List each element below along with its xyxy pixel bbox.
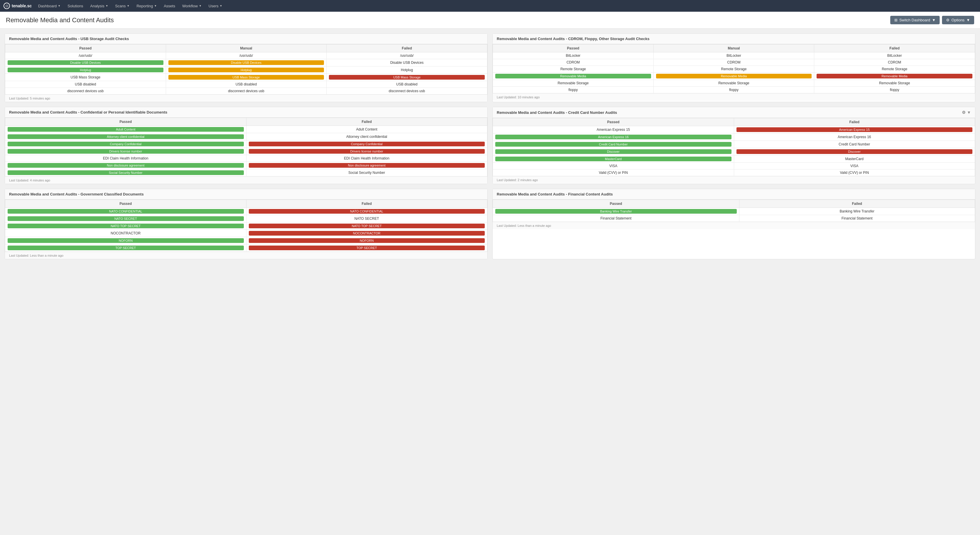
table-cell: Discover (493, 148, 734, 155)
table-cell: USB Mass Storage (166, 74, 326, 81)
panel-usb-storage: Removable Media and Content Audits - USB… (5, 34, 488, 102)
panel-credit-card: Removable Media and Content Audits - Cre… (492, 107, 975, 184)
table-cell: Discover (734, 148, 975, 155)
table-cell: disconnect devices usb (326, 88, 487, 94)
nav-users[interactable]: Users ▼ (205, 3, 225, 10)
status-badge: Attorney client confidential (8, 134, 244, 139)
table-row: Removable StorageRemovable StorageRemova… (493, 80, 975, 87)
table-cell: Valid (CVV) or PIN (493, 169, 734, 176)
status-badge: USB Mass Storage (329, 75, 485, 80)
status-badge: NATO TOP SECRET (249, 224, 485, 228)
column-header: Failed (739, 200, 975, 208)
table-cell: NATO SECRET (246, 215, 487, 222)
nav-assets[interactable]: Assets (161, 3, 178, 10)
panel-confidential-docs: Removable Media and Content Audits - Con… (5, 107, 488, 184)
table-cell: Remote Storage (654, 66, 814, 73)
switch-dashboard-button[interactable]: ⊞ Switch Dashboard ▼ (890, 16, 940, 24)
table-cell: Credit Card Number (493, 141, 734, 148)
table-cell: Company Confidential (246, 141, 487, 148)
table-cell: TOP SECRET (246, 244, 487, 252)
table-cell: Hotplug (326, 66, 487, 74)
table-cell: Attorney client confidential (246, 133, 487, 141)
table-cell: Removable Storage (654, 80, 814, 87)
table-row: Credit Card NumberCredit Card Number (493, 141, 975, 148)
table-row: American Express 15American Express 15 (493, 126, 975, 133)
table-row: Financial StatementFinancial Statement (493, 215, 975, 222)
panel-title-text: Removable Media and Content Audits - Fin… (497, 192, 613, 196)
chevron-down-icon: ▼ (220, 5, 222, 7)
nav-workflow[interactable]: Workflow ▼ (179, 3, 204, 10)
status-badge: NOFORN (8, 238, 244, 243)
table-row: Banking Wire TransferBanking Wire Transf… (493, 208, 975, 215)
status-badge: NOCONTRACTOR (249, 231, 485, 236)
status-badge: Disable USB Devices (8, 60, 164, 65)
table-cell: Remote Storage (814, 66, 975, 73)
table-cell: Valid (CVV) or PIN (734, 169, 975, 176)
table-cell: Disable USB Devices (326, 59, 487, 66)
table-row: Remote StorageRemote StorageRemote Stora… (493, 66, 975, 73)
table-cell: VISA (493, 163, 734, 169)
status-badge: Removable Media (495, 74, 651, 78)
table-cell: CDROM (654, 59, 814, 66)
column-header: Failed (734, 118, 975, 126)
app-logo[interactable]: ⬡ tenable.sc (3, 3, 32, 9)
table-row: BitLockerBitLockerBitLocker (493, 53, 975, 59)
panel-footer: Last Updated: 4 minutes ago (5, 176, 487, 184)
panel-title-text: Removable Media and Content Audits - Con… (9, 110, 167, 115)
table-cell: disconnect devices usb (5, 88, 166, 94)
status-badge: Hotplug (8, 68, 164, 72)
nav-scans[interactable]: Scans ▼ (112, 3, 132, 10)
page-title: Removable Media and Content Audits (6, 16, 114, 24)
table-cell: floppy (814, 87, 975, 93)
column-header: Failed (246, 200, 487, 208)
column-header: Failed (246, 118, 487, 126)
table-cell: Company Confidential (5, 141, 247, 148)
status-badge: Social Security Number (8, 170, 244, 175)
column-header: Passed (5, 45, 166, 53)
column-header: Manual (654, 45, 814, 53)
table-row: Valid (CVV) or PINValid (CVV) or PIN (493, 169, 975, 176)
audit-table-usb-storage: PassedManualFailed/usr/usb//usr/usb//usr… (5, 44, 487, 94)
table-cell: USB Mass Storage (5, 74, 166, 81)
table-cell: Disable USB Devices (5, 59, 166, 66)
table-cell: Drivers license number (5, 148, 247, 155)
table-cell: NOFORN (5, 237, 247, 244)
status-badge: American Express 15 (737, 127, 973, 132)
table-cell: Adult Content (246, 126, 487, 133)
nav-reporting[interactable]: Reporting ▼ (134, 3, 160, 10)
audit-table-financial-content: PassedFailedBanking Wire TransferBanking… (493, 200, 975, 222)
table-row: NOFORNNOFORN (5, 237, 487, 244)
table-cell: Banking Wire Transfer (739, 208, 975, 215)
panel-title-cdrom-storage: Removable Media and Content Audits - CDR… (493, 34, 975, 44)
audit-table-credit-card: PassedFailedAmerican Express 15American … (493, 118, 975, 176)
nav-dashboard[interactable]: Dashboard ▼ (35, 3, 64, 10)
panel-footer: Last Updated: 10 minutes ago (493, 93, 975, 101)
options-button[interactable]: ⚙ Options ▼ (942, 16, 974, 24)
column-header: Failed (814, 45, 975, 53)
nav-solutions[interactable]: Solutions (65, 3, 86, 10)
table-row: HotplugHotplugHotplug (5, 66, 487, 74)
main-content: Removable Media and Content Audits - USB… (0, 29, 980, 264)
table-row: Drivers license numberDrivers license nu… (5, 148, 487, 155)
gear-icon[interactable]: ⚙ ▼ (962, 110, 971, 115)
table-cell: USB disabled (326, 81, 487, 88)
table-row: NATO SECRETNATO SECRET (5, 215, 487, 222)
table-cell: NATO TOP SECRET (5, 222, 247, 230)
table-row: Social Security NumberSocial Security Nu… (5, 169, 487, 176)
table-row: disconnect devices usbdisconnect devices… (5, 88, 487, 94)
table-cell: American Express 16 (493, 133, 734, 141)
status-badge: Discover (737, 149, 973, 154)
table-row: TOP SECRETTOP SECRET (5, 244, 487, 252)
header-buttons: ⊞ Switch Dashboard ▼ ⚙ Options ▼ (890, 16, 974, 24)
panel-gov-classified: Removable Media and Content Audits - Gov… (5, 189, 488, 259)
table-cell: Hotplug (166, 66, 326, 74)
table-row: MasterCardMasterCard (493, 155, 975, 163)
status-badge: Disable USB Devices (169, 60, 324, 65)
nav-analysis[interactable]: Analysis ▼ (88, 3, 111, 10)
panel-title-text: Removable Media and Content Audits - Cre… (497, 110, 617, 115)
table-cell: Removable Storage (493, 80, 654, 87)
status-badge: Removable Media (656, 74, 812, 78)
logo-icon: ⬡ (3, 3, 10, 9)
table-cell: NATO CONFIDENTIAL (5, 208, 247, 215)
chevron-down-icon: ▼ (199, 5, 201, 7)
